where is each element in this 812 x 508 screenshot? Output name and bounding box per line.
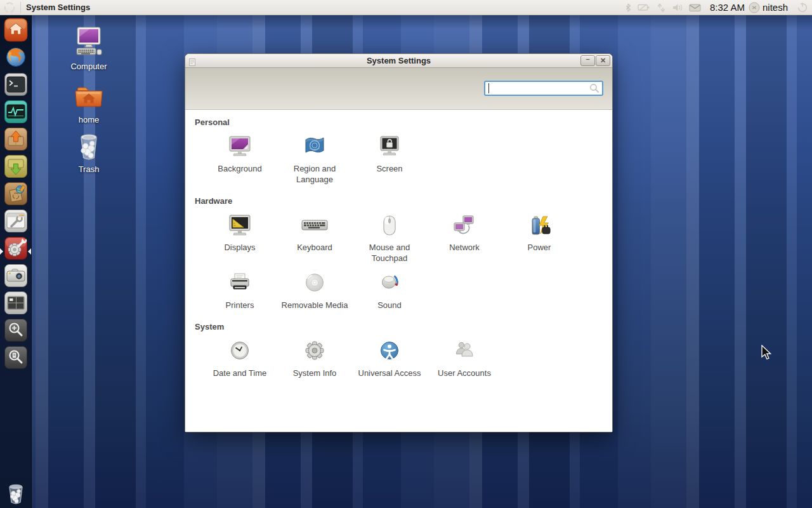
dock-item-system-settings[interactable]: [4, 236, 28, 260]
hardware-row-1: Displays Keyboard: [202, 210, 612, 264]
settings-item-power[interactable]: Power: [502, 210, 577, 264]
desktop-icon-label: Trash: [79, 164, 100, 174]
settings-item-label: Keyboard: [297, 243, 332, 253]
desktop-icon-home[interactable]: home: [61, 80, 117, 124]
dock-item-terminal[interactable]: [4, 72, 28, 97]
dock-item-file-manager[interactable]: [4, 18, 28, 42]
search-input[interactable]: [488, 82, 587, 95]
personal-row: Background Region and Language: [202, 131, 612, 185]
settings-item-printers[interactable]: Printers: [202, 268, 277, 311]
removable-media-icon: [299, 268, 330, 298]
terminal-icon: [4, 72, 28, 97]
zoom-in-icon: [4, 318, 28, 342]
firefox-icon: [4, 45, 28, 69]
computer-icon: [72, 25, 105, 60]
settings-item-user-accounts[interactable]: User Accounts: [427, 336, 502, 379]
power-icon-tile: [524, 210, 554, 241]
settings-item-network[interactable]: Network: [427, 210, 502, 264]
dock-item-system-tools[interactable]: [4, 209, 28, 233]
window-title: System Settings: [185, 54, 612, 68]
settings-item-label: Removable Media: [282, 300, 348, 311]
close-button[interactable]: ✕: [596, 55, 610, 66]
hardware-row-2: Printers Removable Media Sound: [202, 268, 612, 311]
printers-icon: [225, 268, 255, 298]
system-tools-icon: [4, 209, 28, 233]
sound-icon: [374, 268, 405, 298]
window-titlebar[interactable]: System Settings – ✕: [185, 54, 612, 68]
user-accounts-icon: [449, 336, 480, 366]
system-monitor-icon: [4, 100, 28, 124]
settings-item-background[interactable]: Background: [202, 131, 277, 185]
dock-item-workspace-switcher[interactable]: [4, 291, 28, 315]
settings-item-screen[interactable]: Screen: [352, 131, 427, 185]
dock-active-arrow-right: [28, 248, 31, 255]
settings-item-label: Printers: [226, 300, 254, 311]
software-center-icon: [4, 182, 28, 206]
trash-icon: [73, 130, 105, 163]
panel-app-title: System Settings: [26, 3, 90, 12]
region-language-icon: [299, 131, 330, 162]
dock-item-system-monitor[interactable]: [4, 100, 28, 124]
volume-icon[interactable]: [672, 0, 684, 15]
dock-item-zoom-in[interactable]: [4, 318, 28, 342]
search-icon: [589, 83, 599, 96]
settings-item-region-language[interactable]: Region and Language: [277, 131, 352, 185]
section-heading-personal: Personal: [195, 117, 612, 127]
settings-item-label: Background: [218, 164, 261, 175]
desktop-icon-trash[interactable]: Trash: [61, 130, 117, 174]
mouse-cursor: [761, 345, 773, 364]
dock-item-package-download[interactable]: [4, 154, 28, 178]
settings-item-label: Power: [528, 243, 551, 253]
minimize-button[interactable]: –: [580, 55, 595, 66]
settings-item-sound[interactable]: Sound: [352, 268, 427, 311]
settings-content: Personal Background: [185, 110, 612, 432]
settings-item-label: Universal Access: [358, 368, 421, 379]
settings-item-label: User Accounts: [438, 368, 491, 379]
launcher-dock: [0, 15, 32, 508]
settings-item-removable-media[interactable]: Removable Media: [277, 268, 352, 311]
battery-icon[interactable]: [638, 0, 650, 15]
settings-item-universal-access[interactable]: Universal Access: [352, 336, 427, 379]
mail-icon[interactable]: [689, 0, 701, 15]
background-icon: [225, 131, 255, 162]
system-row: Date and Time System Info: [202, 336, 612, 379]
displays-icon: [225, 210, 255, 241]
screenshot-icon: [4, 264, 28, 288]
system-info-icon: [299, 336, 330, 366]
search-box[interactable]: [484, 81, 603, 96]
settings-item-mouse-touchpad[interactable]: Mouse and Touchpad: [352, 210, 427, 264]
settings-item-label: Sound: [377, 300, 402, 311]
panel-clock[interactable]: 8:32 AM: [710, 2, 745, 13]
network-arrows-icon[interactable]: [655, 0, 667, 15]
dock-item-screenshot[interactable]: [4, 264, 28, 288]
dock-item-firefox[interactable]: [4, 45, 28, 69]
user-avatar: [749, 0, 760, 15]
panel-username[interactable]: nitesh: [763, 2, 788, 13]
settings-item-label: Screen: [376, 164, 402, 175]
settings-item-label: Date and Time: [213, 368, 267, 379]
document-search-icon: [4, 345, 28, 370]
home-folder-icon: [73, 80, 105, 114]
workspace-switcher-icon: [4, 291, 28, 315]
dock-item-package-install[interactable]: [4, 127, 28, 151]
dock-active-arrow-left: [0, 248, 3, 255]
settings-item-label: Displays: [224, 243, 255, 253]
settings-item-system-info[interactable]: System Info: [277, 336, 352, 379]
panel-separator: [20, 2, 21, 13]
dock-item-document-search[interactable]: [4, 345, 28, 370]
desktop-icon-computer[interactable]: Computer: [61, 25, 117, 71]
settings-item-displays[interactable]: Displays: [202, 210, 277, 264]
bluetooth-icon[interactable]: [624, 0, 632, 15]
distributor-logo-icon[interactable]: [3, 1, 16, 15]
date-time-icon: [225, 336, 255, 366]
dock-item-trash[interactable]: [4, 481, 28, 505]
power-icon[interactable]: [797, 0, 808, 15]
window-icon: [189, 57, 195, 69]
trash-dock-icon: [4, 497, 28, 507]
system-settings-icon: [4, 236, 28, 260]
settings-item-keyboard[interactable]: Keyboard: [277, 210, 352, 264]
screen-icon: [374, 131, 405, 162]
universal-access-icon: [374, 336, 405, 366]
settings-item-date-time[interactable]: Date and Time: [202, 336, 277, 379]
dock-item-software-center[interactable]: [4, 182, 28, 206]
